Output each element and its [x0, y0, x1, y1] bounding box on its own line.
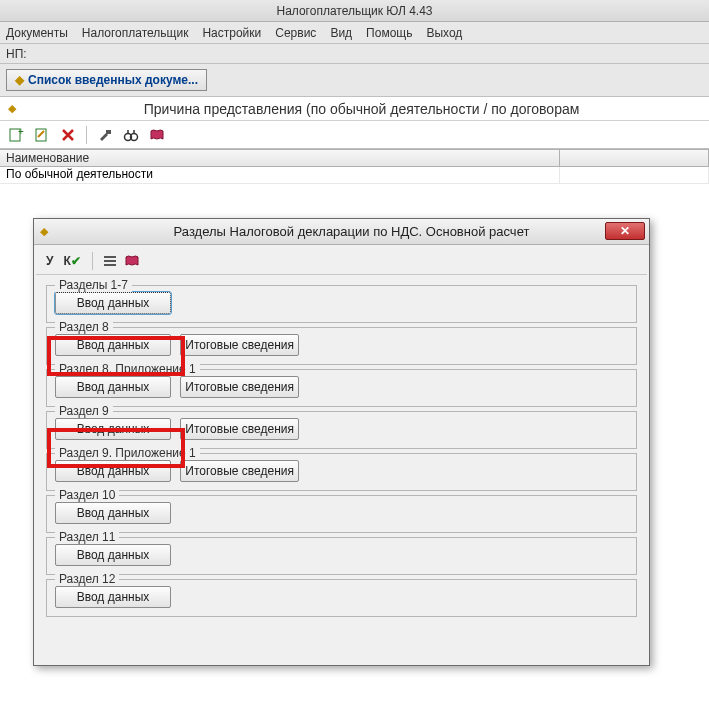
section-9-app1: Раздел 9. Приложение 1 Ввод данных Итого… [46, 453, 637, 491]
dialog-toolbar: У К✔ [36, 247, 647, 275]
input-data-button[interactable]: Ввод данных [55, 292, 171, 314]
diamond-icon: ◆ [15, 73, 24, 87]
input-data-button[interactable]: Ввод данных [55, 376, 171, 398]
documents-list-tab[interactable]: ◆ Список введенных докуме... [6, 69, 207, 91]
input-data-button[interactable]: Ввод данных [55, 586, 171, 608]
separator [86, 126, 87, 144]
menu-view[interactable]: Вид [330, 26, 352, 40]
delete-icon[interactable] [60, 127, 76, 143]
input-data-button[interactable]: Ввод данных [55, 418, 171, 440]
svg-rect-6 [104, 256, 116, 258]
edit-icon[interactable] [34, 127, 50, 143]
close-icon: ✕ [620, 225, 630, 237]
section-legend: Разделы 1-7 [55, 278, 132, 292]
svg-rect-3 [106, 130, 111, 134]
check-icon: ✔ [71, 254, 81, 268]
diamond-icon: ◆ [40, 225, 48, 238]
section-12: Раздел 12 Ввод данных [46, 579, 637, 617]
input-data-button[interactable]: Ввод данных [55, 460, 171, 482]
menu-help[interactable]: Помощь [366, 26, 412, 40]
section-legend: Раздел 12 [55, 572, 119, 586]
menu-service[interactable]: Сервис [275, 26, 316, 40]
section-11: Раздел 11 Ввод данных [46, 537, 637, 575]
section-legend: Раздел 8. Приложение 1 [55, 362, 200, 376]
cell-2 [560, 167, 709, 183]
menu-settings[interactable]: Настройки [202, 26, 261, 40]
section-legend: Раздел 10 [55, 488, 119, 502]
app-title-bar: Налогоплательщик ЮЛ 4.43 [0, 0, 709, 22]
table-row[interactable]: По обычной деятельности [0, 167, 709, 184]
section-8-app1: Раздел 8. Приложение 1 Ввод данных Итого… [46, 369, 637, 407]
sections-dialog: ◆ Разделы Налоговой декларации по НДС. О… [33, 218, 650, 666]
section-8: Раздел 8 Ввод данных Итоговые сведения [46, 327, 637, 365]
column-name[interactable]: Наименование [0, 150, 560, 166]
svg-rect-7 [104, 260, 116, 262]
section-legend: Раздел 9 [55, 404, 113, 418]
section-10: Раздел 10 Ввод данных [46, 495, 637, 533]
dialog-title: Разделы Налоговой декларации по НДС. Осн… [54, 224, 649, 239]
k-button[interactable]: К✔ [61, 252, 82, 270]
summary-button[interactable]: Итоговые сведения [180, 376, 299, 398]
menu-documents[interactable]: Документы [6, 26, 68, 40]
close-button[interactable]: ✕ [605, 222, 645, 240]
summary-button[interactable]: Итоговые сведения [180, 334, 299, 356]
new-icon[interactable]: + [8, 127, 24, 143]
action-toolbar: + [0, 121, 709, 149]
hammer-icon[interactable] [97, 127, 113, 143]
book-icon[interactable] [149, 127, 165, 143]
page-heading: Причина представления (по обычной деятел… [22, 101, 701, 117]
list-icon[interactable] [102, 253, 118, 269]
diamond-icon: ◆ [8, 102, 16, 115]
input-data-button[interactable]: Ввод данных [55, 334, 171, 356]
menu-bar: Документы Налогоплательщик Настройки Сер… [0, 22, 709, 44]
book-icon[interactable] [124, 253, 140, 269]
section-1-7: Разделы 1-7 Ввод данных [46, 285, 637, 323]
dialog-title-bar[interactable]: ◆ Разделы Налоговой декларации по НДС. О… [34, 219, 649, 245]
binoculars-icon[interactable] [123, 127, 139, 143]
menu-taxpayer[interactable]: Налогоплательщик [82, 26, 189, 40]
heading-row: ◆ Причина представления (по обычной деят… [0, 97, 709, 121]
section-legend: Раздел 8 [55, 320, 113, 334]
column-2[interactable] [560, 150, 709, 166]
grid-header: Наименование [0, 149, 709, 167]
tab-label: Список введенных докуме... [28, 73, 198, 87]
cell-name: По обычной деятельности [0, 167, 560, 183]
np-row: НП: [0, 44, 709, 64]
section-legend: Раздел 9. Приложение 1 [55, 446, 200, 460]
menu-exit[interactable]: Выход [426, 26, 462, 40]
u-button[interactable]: У [44, 252, 55, 270]
svg-rect-8 [104, 264, 116, 266]
dialog-body: Разделы 1-7 Ввод данных Раздел 8 Ввод да… [34, 275, 649, 627]
separator [92, 252, 93, 270]
summary-button[interactable]: Итоговые сведения [180, 418, 299, 440]
summary-button[interactable]: Итоговые сведения [180, 460, 299, 482]
svg-text:+: + [18, 127, 24, 137]
np-label: НП: [6, 47, 27, 61]
section-legend: Раздел 11 [55, 530, 119, 544]
app-title: Налогоплательщик ЮЛ 4.43 [276, 4, 432, 18]
tab-toolbar: ◆ Список введенных докуме... [0, 64, 709, 97]
section-9: Раздел 9 Ввод данных Итоговые сведения [46, 411, 637, 449]
input-data-button[interactable]: Ввод данных [55, 502, 171, 524]
input-data-button[interactable]: Ввод данных [55, 544, 171, 566]
